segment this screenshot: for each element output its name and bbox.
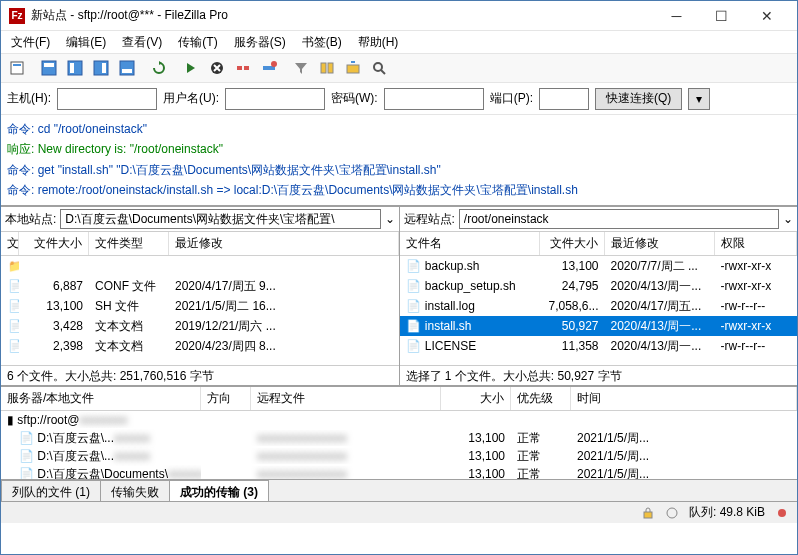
- server-icon: ▮: [7, 413, 14, 427]
- log-line: 命令: get "install.sh" "D:\百度云盘\Documents\…: [7, 160, 791, 180]
- svg-rect-1: [13, 64, 21, 66]
- list-item[interactable]: 📄3,428文本文档2019/12/21/周六 ...: [1, 316, 399, 336]
- col-dir[interactable]: 方向: [201, 387, 251, 410]
- host-label: 主机(H):: [7, 90, 51, 107]
- transfer-queue: 服务器/本地文件 方向 远程文件 大小 优先级 时间 ▮ sftp://root…: [1, 385, 797, 479]
- disconnect-icon[interactable]: [231, 56, 255, 80]
- port-input[interactable]: [539, 88, 589, 110]
- minimize-button[interactable]: ─: [654, 2, 699, 30]
- menu-bookmarks[interactable]: 书签(B): [296, 32, 348, 53]
- status-dot-icon: [775, 506, 789, 520]
- col-remote[interactable]: 远程文件: [251, 387, 441, 410]
- col-type[interactable]: 文件类型: [89, 232, 169, 255]
- lock-icon: [641, 506, 655, 520]
- col-modified[interactable]: 最近修改: [605, 232, 715, 255]
- cancel-icon[interactable]: [205, 56, 229, 80]
- toggle-log-icon[interactable]: [37, 56, 61, 80]
- col-name[interactable]: 文件名: [400, 232, 540, 255]
- menu-transfer[interactable]: 传输(T): [172, 32, 223, 53]
- file-icon: 📄: [406, 299, 422, 313]
- filter-icon[interactable]: [289, 56, 313, 80]
- toggle-remote-tree-icon[interactable]: [89, 56, 113, 80]
- svg-point-21: [778, 509, 786, 517]
- remote-path-input[interactable]: [459, 209, 779, 229]
- log-line: 响应: New directory is: "/root/oneinstack": [7, 139, 791, 159]
- quickconnect-bar: 主机(H): 用户名(U): 密码(W): 端口(P): 快速连接(Q) ▾: [1, 83, 797, 115]
- menu-help[interactable]: 帮助(H): [352, 32, 405, 53]
- local-file-list[interactable]: 文 文件大小 文件类型 最近修改 📁📄6,887CONF 文件2020/4/17…: [1, 231, 399, 365]
- svg-rect-11: [237, 66, 242, 70]
- pass-label: 密码(W):: [331, 90, 378, 107]
- queue-server-row[interactable]: ▮ sftp://root@xxxxxxxx: [1, 411, 797, 429]
- menu-server[interactable]: 服务器(S): [228, 32, 292, 53]
- maximize-button[interactable]: ☐: [699, 2, 744, 30]
- svg-rect-16: [328, 63, 333, 73]
- col-local[interactable]: 服务器/本地文件: [1, 387, 201, 410]
- remote-file-list[interactable]: 文件名 文件大小 最近修改 权限 📄 backup.sh13,1002020/7…: [400, 231, 798, 365]
- dropdown-icon[interactable]: ⌄: [385, 212, 395, 226]
- compare-icon[interactable]: [315, 56, 339, 80]
- svg-rect-7: [102, 63, 106, 73]
- col-perm[interactable]: 权限: [715, 232, 798, 255]
- menubar: 文件(F) 编辑(E) 查看(V) 传输(T) 服务器(S) 书签(B) 帮助(…: [1, 31, 797, 53]
- file-icon: 📄: [7, 299, 19, 313]
- host-input[interactable]: [57, 88, 157, 110]
- user-input[interactable]: [225, 88, 325, 110]
- queue-size-label: 队列: 49.8 KiB: [689, 504, 765, 521]
- toggle-queue-icon[interactable]: [115, 56, 139, 80]
- list-item[interactable]: 📄 LICENSE11,3582020/4/13/周一...-rw-r--r--: [400, 336, 798, 356]
- toolbar: [1, 53, 797, 83]
- svg-rect-9: [122, 69, 132, 73]
- refresh-icon[interactable]: [147, 56, 171, 80]
- process-queue-icon[interactable]: [179, 56, 203, 80]
- list-item[interactable]: 📄6,887CONF 文件2020/4/17/周五 9...: [1, 276, 399, 296]
- list-item[interactable]: 📄 install.sh50,9272020/4/13/周一...-rwxr-x…: [400, 316, 798, 336]
- file-icon: 📄: [406, 259, 422, 273]
- search-icon[interactable]: [367, 56, 391, 80]
- col-modified[interactable]: 最近修改: [169, 232, 399, 255]
- menu-edit[interactable]: 编辑(E): [60, 32, 112, 53]
- list-item[interactable]: 📄13,100SH 文件2021/1/5/周二 16...: [1, 296, 399, 316]
- close-button[interactable]: ✕: [744, 2, 789, 30]
- port-label: 端口(P):: [490, 90, 533, 107]
- reconnect-icon[interactable]: [257, 56, 281, 80]
- list-item[interactable]: 📄 backup.sh13,1002020/7/7/周二 ...-rwxr-xr…: [400, 256, 798, 276]
- quickconnect-button[interactable]: 快速连接(Q): [595, 88, 682, 110]
- local-pane: 本地站点: ⌄ 文 文件大小 文件类型 最近修改 📁📄6,887CONF 文件2…: [1, 207, 400, 385]
- tab-failed[interactable]: 传输失败: [100, 480, 170, 501]
- col-time[interactable]: 时间: [571, 387, 797, 410]
- toggle-local-tree-icon[interactable]: [63, 56, 87, 80]
- file-icon: 📄: [7, 339, 19, 353]
- menu-file[interactable]: 文件(F): [5, 32, 56, 53]
- list-item[interactable]: 📁: [1, 256, 399, 276]
- svg-point-14: [271, 61, 277, 67]
- col-name[interactable]: 文: [1, 232, 19, 255]
- list-item[interactable]: 📄2,398文本文档2020/4/23/周四 8...: [1, 336, 399, 356]
- pass-input[interactable]: [384, 88, 484, 110]
- quickconnect-dropdown[interactable]: ▾: [688, 88, 710, 110]
- svg-point-20: [667, 508, 677, 518]
- queue-tabs: 列队的文件 (1) 传输失败 成功的传输 (3): [1, 479, 797, 501]
- svg-point-18: [374, 63, 382, 71]
- col-size[interactable]: 文件大小: [540, 232, 605, 255]
- col-priority[interactable]: 优先级: [511, 387, 571, 410]
- tab-queued[interactable]: 列队的文件 (1): [1, 480, 101, 501]
- message-log[interactable]: 命令: cd "/root/oneinstack"响应: New directo…: [1, 115, 797, 207]
- file-icon: 📄: [7, 319, 19, 333]
- menu-view[interactable]: 查看(V): [116, 32, 168, 53]
- dropdown-icon[interactable]: ⌄: [783, 212, 793, 226]
- list-item[interactable]: 📄 install.log7,058,6...2020/4/17/周五...-r…: [400, 296, 798, 316]
- col-size[interactable]: 文件大小: [19, 232, 89, 255]
- queue-row[interactable]: 📄 D:\百度云盘\...xxxxxxxxxxxxxxxxxxxxx13,100…: [1, 447, 797, 465]
- col-qsize[interactable]: 大小: [441, 387, 511, 410]
- file-icon: 📁: [7, 259, 19, 273]
- sync-browse-icon[interactable]: [341, 56, 365, 80]
- site-manager-icon[interactable]: [5, 56, 29, 80]
- list-item[interactable]: 📄 backup_setup.sh24,7952020/4/13/周一...-r…: [400, 276, 798, 296]
- queue-row[interactable]: 📄 D:\百度云盘\Documents\xxxxxxxxxxxxxxxxxxxx…: [1, 465, 797, 479]
- local-path-input[interactable]: [60, 209, 380, 229]
- remote-site-label: 远程站点:: [404, 211, 455, 228]
- tab-success[interactable]: 成功的传输 (3): [169, 480, 269, 501]
- app-icon: Fz: [9, 8, 25, 24]
- queue-row[interactable]: 📄 D:\百度云盘\...xxxxxxxxxxxxxxxxxxxxx13,100…: [1, 429, 797, 447]
